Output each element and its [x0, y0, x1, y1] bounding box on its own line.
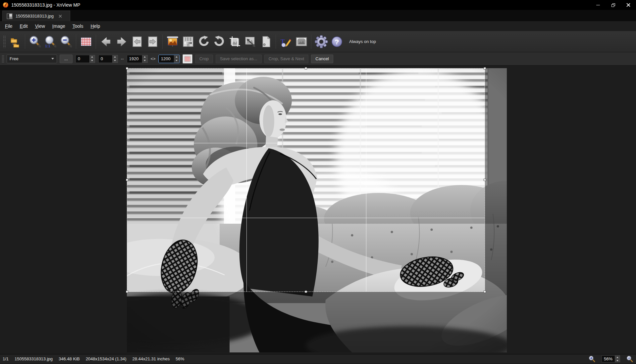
spin-down-button[interactable] [142, 59, 148, 63]
status-zoom-spinner [615, 355, 620, 362]
save-selection-as-button[interactable]: Save selection as... [216, 55, 262, 63]
selection-handle-top-left[interactable] [126, 67, 128, 69]
crop-save-next-button[interactable]: Crop, Save & Next [264, 55, 309, 63]
spin-up-button[interactable] [174, 55, 180, 59]
help-button[interactable]: ? [329, 33, 344, 50]
selection-handle-bottom-right[interactable] [484, 291, 486, 293]
always-on-top-label[interactable]: Always on top [349, 39, 376, 44]
selection-width-input[interactable] [127, 55, 142, 63]
status-dimensions: 2048x1534x24 (1.34) [86, 356, 127, 361]
fullscreen-button[interactable] [293, 33, 309, 50]
crop-icon [228, 35, 241, 48]
selection-handle-top-right[interactable] [484, 67, 486, 69]
menu-edit[interactable]: Edit [16, 21, 31, 31]
spin-up-button[interactable] [615, 355, 620, 359]
redo-button[interactable] [211, 33, 227, 50]
text-edit-button[interactable]: T [278, 33, 293, 50]
menu-file[interactable]: File [1, 21, 16, 31]
forward-arrow-icon [115, 35, 128, 48]
forward-button[interactable] [114, 33, 129, 50]
menu-tools[interactable]: Tools [69, 21, 87, 31]
menu-view[interactable]: View [31, 21, 49, 31]
ratio-more-button[interactable]: ... [60, 55, 73, 63]
spin-down-button[interactable] [89, 59, 95, 63]
crop-dim-overlay-bottom [127, 292, 485, 352]
spin-down-button[interactable] [615, 359, 620, 362]
zoom-out-button[interactable] [58, 33, 74, 50]
save-button[interactable] [180, 33, 196, 50]
thirds-gridline-vertical-1 [246, 68, 247, 292]
selection-handle-bottom-center[interactable] [305, 291, 307, 293]
previous-image-button[interactable] [129, 33, 145, 50]
status-index: 1/1 [3, 356, 9, 361]
browser-folders-icon [9, 35, 22, 48]
selection-handle-top-center[interactable] [305, 67, 307, 69]
selection-x-field [75, 55, 95, 63]
settings-button[interactable] [313, 33, 329, 50]
thumbnails-button[interactable] [78, 33, 94, 50]
status-zoom-input[interactable] [602, 355, 615, 362]
slideshow-button[interactable] [165, 33, 180, 50]
text-edit-icon: T [279, 35, 292, 48]
back-arrow-icon [99, 35, 113, 48]
selection-handle-bottom-left[interactable] [126, 291, 128, 293]
grid-overlay-toggle[interactable] [183, 54, 192, 64]
menu-bar: File Edit View Image Tools Help [0, 21, 636, 31]
tab-bar: 1505583318313.jpg [0, 10, 636, 21]
next-image-button[interactable] [145, 33, 160, 50]
restore-button[interactable] [606, 0, 621, 10]
spin-up-button[interactable] [112, 55, 118, 59]
toolbar-separator [25, 34, 25, 49]
spin-up-button[interactable] [142, 55, 148, 59]
zoom-actual-size-button[interactable]: 1:1 [43, 33, 58, 50]
image-tab[interactable]: 1505583318313.jpg [2, 11, 70, 21]
minimize-button[interactable] [590, 0, 606, 10]
svg-text:1:1: 1:1 [45, 44, 50, 48]
crop-selection[interactable] [127, 68, 485, 292]
spin-down-button[interactable] [174, 59, 180, 63]
selection-handle-middle-right[interactable] [484, 179, 486, 181]
cropbar-drag-handle[interactable] [2, 55, 4, 63]
undo-button[interactable] [196, 33, 211, 50]
thirds-gridline-vertical-2 [366, 68, 366, 292]
menu-image[interactable]: Image [49, 21, 69, 31]
zoom-in-button[interactable] [27, 33, 43, 50]
tab-close-icon[interactable] [59, 15, 62, 18]
crop-button-toolbar[interactable] [227, 33, 242, 50]
thirds-gridline-horizontal-2 [127, 218, 485, 218]
selection-handle-middle-left[interactable] [126, 179, 128, 181]
back-button[interactable] [98, 33, 114, 50]
selection-width-field [127, 55, 148, 63]
info-button[interactable] [258, 33, 274, 50]
resize-icon [244, 35, 257, 48]
zoom-in-icon [28, 35, 42, 48]
toolbar-drag-handle[interactable] [3, 35, 6, 48]
dash-label: -- [121, 56, 124, 61]
help-icon: ? [330, 35, 344, 49]
selection-y-field [98, 55, 118, 63]
image-canvas[interactable] [0, 66, 636, 354]
slideshow-icon [166, 35, 179, 48]
selection-height-input[interactable] [159, 55, 174, 63]
ratio-select[interactable]: Free [7, 55, 57, 63]
close-button[interactable] [621, 0, 636, 10]
next-image-icon [146, 35, 159, 48]
settings-gear-icon [314, 35, 328, 49]
selection-x-input[interactable] [76, 55, 89, 63]
spin-down-button[interactable] [112, 59, 118, 63]
resize-button[interactable] [242, 33, 258, 50]
crop-button[interactable]: Crop [195, 55, 213, 63]
selection-x-spinner [89, 55, 95, 63]
link-dimensions-label: <> [151, 56, 156, 61]
selection-y-input[interactable] [98, 55, 112, 63]
triangle-down-icon [176, 60, 178, 61]
browser-button[interactable] [7, 33, 23, 50]
triangle-down-icon [144, 60, 146, 61]
cancel-button[interactable]: Cancel [311, 55, 333, 63]
status-zoom-in-icon[interactable] [588, 355, 596, 363]
status-zoom-out-icon[interactable] [626, 355, 633, 363]
toolbar-separator [96, 34, 96, 49]
spin-up-button[interactable] [89, 55, 95, 59]
menu-help[interactable]: Help [87, 21, 104, 31]
triangle-down-icon [91, 60, 93, 61]
